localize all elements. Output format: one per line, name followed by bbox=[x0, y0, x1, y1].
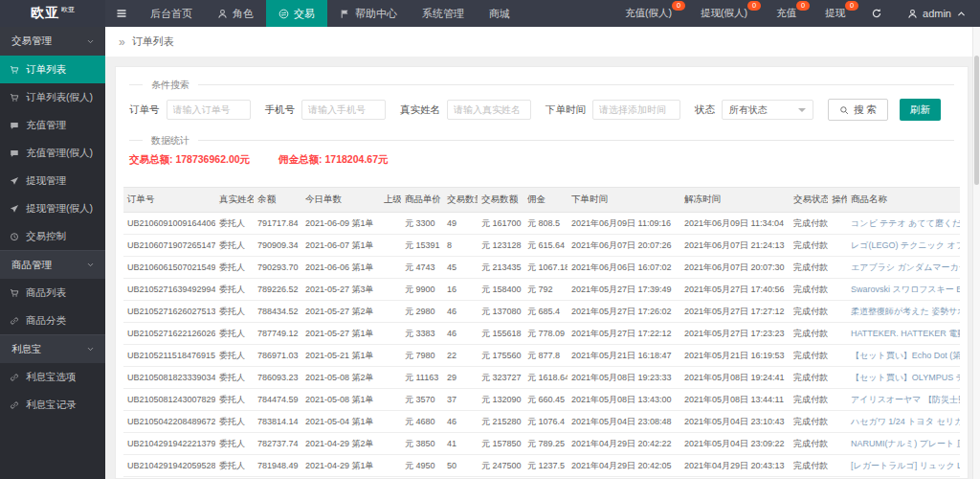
text-input[interactable] bbox=[301, 100, 386, 120]
cell-action bbox=[828, 433, 847, 455]
cell-product-name[interactable]: 【セット買い】OLYMPUS テレコンバーター 1.7倍 TG-1,T bbox=[847, 367, 960, 389]
quick-link-label: 提现 bbox=[825, 7, 845, 20]
sidebar-item[interactable]: 提现管理(假人) bbox=[0, 194, 105, 222]
cell-unfreeze-time: 2021年05月04日 23:09:22 bbox=[680, 433, 790, 455]
topnav-item[interactable]: 交易 bbox=[266, 0, 327, 27]
topnav-item[interactable]: 系统管理 bbox=[410, 0, 477, 27]
topnav-item[interactable]: 帮助中心 bbox=[327, 0, 410, 27]
sidebar-section-header[interactable]: 商品管理 bbox=[0, 250, 105, 279]
chevron-down-icon bbox=[86, 37, 95, 46]
cell-quantity: 29 bbox=[443, 367, 478, 389]
cell-quantity: 46 bbox=[443, 301, 478, 323]
cell-order-no: UB2106061507021549 bbox=[123, 257, 215, 279]
cell-order-no: UB2105271626027513 bbox=[123, 301, 215, 323]
cell-order-no: UB2105042208489672 bbox=[123, 411, 215, 433]
cell-product-name[interactable]: HATTEKER. HATTEKER 電動バリカン ばりかん ヘアカッタ bbox=[847, 323, 960, 345]
cell-order-no: UB2106071907265147 bbox=[123, 235, 215, 257]
topnav-quick-link[interactable]: 提现0 bbox=[811, 0, 859, 27]
sidebar-item[interactable]: 商品分类 bbox=[0, 307, 105, 334]
topnav-quick-link[interactable]: 提现(假人)0 bbox=[686, 0, 762, 27]
cell-product-name[interactable]: レゴ(LEGO) テクニック オフロードバギー 42124 bbox=[847, 235, 960, 257]
sidebar-item[interactable]: 订单列表(假人) bbox=[0, 83, 105, 111]
refresh-icon bbox=[871, 8, 882, 19]
cell-balance: 790909.34 bbox=[254, 235, 301, 257]
sidebar-item-label: 商品列表 bbox=[26, 286, 66, 300]
cell-commission: 元 1618.64 bbox=[523, 367, 568, 389]
cell-unit-price: 元 15391 bbox=[401, 235, 443, 257]
cell-action bbox=[828, 367, 847, 389]
cell-product-name[interactable]: [レガートラルゴ] リュック Legato Largo bbox=[847, 455, 960, 477]
page-scrollbar[interactable] bbox=[972, 27, 980, 479]
cell-amount: 元 132090 bbox=[478, 389, 523, 411]
text-input[interactable] bbox=[447, 100, 531, 120]
cell-unit-price: 元 3570 bbox=[401, 389, 443, 411]
cell-unfreeze-time: 2021年06月07日 20:07:30 bbox=[680, 257, 790, 279]
sidebar-item[interactable]: 利息宝记录 bbox=[0, 391, 105, 419]
sidebar-section-header[interactable]: 交易管理 bbox=[0, 27, 105, 56]
cell-unfreeze-time: 2021年05月27日 17:27:12 bbox=[680, 301, 790, 323]
cell-unit-price: 元 11163 bbox=[401, 367, 443, 389]
sidebar-item[interactable]: 充值管理(假人) bbox=[0, 139, 105, 167]
cell-real-name: 委托人 bbox=[215, 301, 254, 323]
topnav-item-label: 帮助中心 bbox=[355, 7, 397, 21]
cell-product-name[interactable]: NARUMI(ナルミ) プレート 皿 セット 里花暦(さとはなごよ bbox=[847, 433, 960, 455]
sidebar-section-header[interactable]: 利息宝 bbox=[0, 334, 105, 363]
cell-today-orders: 2021-05-27 第2单 bbox=[301, 301, 380, 323]
topnav-item[interactable]: 角色 bbox=[205, 0, 266, 27]
cell-order-time: 2021年06月07日 20:07:26 bbox=[568, 235, 680, 257]
sidebar: 交易管理订单列表订单列表(假人)充值管理充值管理(假人)提现管理提现管理(假人)… bbox=[0, 27, 105, 479]
cell-parent-user bbox=[380, 323, 401, 345]
refresh-page-button[interactable] bbox=[859, 0, 894, 27]
sidebar-item[interactable]: 订单列表 bbox=[0, 56, 105, 83]
app-logo: 欧亚 欧亚 bbox=[0, 0, 105, 27]
cell-action bbox=[828, 279, 847, 301]
cell-product-name[interactable]: コンビ テテオ あてて磨くだけ 電動仕上げブラシ グリーン bbox=[847, 213, 960, 235]
topnav-item[interactable]: 后台首页 bbox=[138, 0, 205, 27]
cell-product-name[interactable]: 【セット買い】Echo Dot (第4世代) グレーシャーホワイト bbox=[847, 345, 960, 367]
stats-row: 交易总额: 178736962.00元佣金总额: 1718204.67元 bbox=[129, 141, 954, 178]
cell-status: 完成付款 bbox=[790, 367, 828, 389]
cell-order-time: 2021年06月09日 11:09:16 bbox=[568, 213, 680, 235]
cell-product-name[interactable]: アイリスオーヤマ 【防災士監修】防災グッズ 防災リュッ bbox=[847, 389, 960, 411]
column-header-parent-user: 上级用户 bbox=[380, 188, 401, 213]
topnav-item[interactable]: 商城 bbox=[477, 0, 523, 27]
user-menu[interactable]: admin bbox=[894, 0, 980, 27]
sidebar-item[interactable]: 充值管理 bbox=[0, 111, 105, 139]
sidebar-item[interactable]: 提现管理 bbox=[0, 167, 105, 194]
cell-parent-user bbox=[380, 455, 401, 477]
cell-product-name[interactable]: エアブラシ ガンダムマーカー コンプレッサー セット USB bbox=[847, 257, 960, 279]
sidebar-item[interactable]: 交易控制 bbox=[0, 222, 105, 250]
sidebar-toggle-button[interactable] bbox=[105, 0, 138, 27]
stat-item: 佣金总额: 1718204.67元 bbox=[278, 153, 388, 167]
send-icon bbox=[10, 204, 19, 214]
cell-real-name: 委托人 bbox=[215, 323, 254, 345]
date-input[interactable] bbox=[592, 100, 680, 120]
column-header-quantity: 交易数量 bbox=[443, 188, 478, 213]
cell-action bbox=[828, 257, 847, 279]
topnav-item-label: 角色 bbox=[233, 7, 254, 21]
cell-commission: 元 1076.4 bbox=[523, 411, 568, 433]
cell-unit-price: 元 9900 bbox=[401, 279, 443, 301]
sidebar-item[interactable]: 商品列表 bbox=[0, 279, 105, 307]
topnav-quick-link[interactable]: 充值0 bbox=[762, 0, 811, 27]
refresh-button[interactable]: 刷新 bbox=[900, 99, 941, 121]
cell-parent-user bbox=[380, 367, 401, 389]
search-field-label: 手机号 bbox=[265, 103, 296, 117]
cell-product-name[interactable]: 柔道整復師が考えた 姿勢サポーター 姿勢ベルト 男女兼用 bbox=[847, 301, 960, 323]
sidebar-item-label: 商品分类 bbox=[26, 314, 66, 328]
cell-product-name[interactable]: ハセガワ 1/24 トヨタ セリカ 1600GT マカオGP プラモデ bbox=[847, 411, 960, 433]
cell-real-name: 委托人 bbox=[215, 213, 254, 235]
cell-product-name[interactable]: Swarovski スワロフスキー Bella V クリスタル とシルバー bbox=[847, 279, 960, 301]
chevron-up-icon bbox=[956, 9, 967, 19]
topnav-quick-link[interactable]: 充值(假人)0 bbox=[611, 0, 686, 27]
cell-status: 完成付款 bbox=[790, 345, 828, 367]
search-button[interactable]: 搜 索 bbox=[828, 99, 888, 121]
cell-balance: 786971.03 bbox=[254, 345, 301, 367]
text-input[interactable] bbox=[167, 100, 251, 120]
scrollbar-thumb[interactable] bbox=[974, 56, 979, 185]
search-field-label: 真实姓名 bbox=[400, 103, 440, 117]
logo-badge-text: 欧亚 bbox=[61, 5, 75, 14]
sidebar-item[interactable]: 利息宝选项 bbox=[0, 363, 105, 391]
column-header-action: 操作 bbox=[828, 188, 847, 213]
status-select[interactable]: 所有状态 bbox=[722, 100, 813, 120]
